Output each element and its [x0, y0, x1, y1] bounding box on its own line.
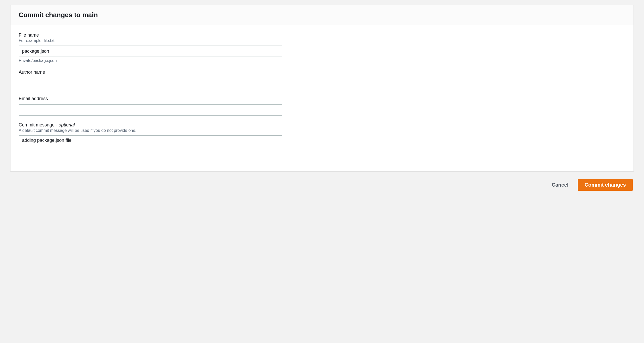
footer-actions: Cancel Commit changes: [10, 179, 634, 191]
filename-hint: For example, file.txt: [19, 38, 282, 43]
author-field: Author name: [19, 70, 282, 89]
panel-title: Commit changes to main: [19, 11, 625, 19]
email-input[interactable]: [19, 104, 282, 116]
filename-path: Private/package.json: [19, 58, 282, 63]
panel-body: File name For example, file.txt Private/…: [10, 25, 634, 171]
email-field: Email address: [19, 96, 282, 116]
filename-label: File name: [19, 33, 282, 38]
email-label: Email address: [19, 96, 282, 101]
commit-changes-button[interactable]: Commit changes: [578, 179, 633, 191]
commit-panel: Commit changes to main File name For exa…: [10, 5, 634, 172]
panel-header: Commit changes to main: [10, 5, 634, 25]
commit-message-textarea[interactable]: [19, 135, 282, 162]
commit-message-hint: A default commit message will be used if…: [19, 128, 282, 133]
author-label: Author name: [19, 70, 282, 75]
author-input[interactable]: [19, 78, 282, 89]
filename-field: File name For example, file.txt Private/…: [19, 33, 282, 63]
commit-message-label: Commit message - optional: [19, 122, 282, 128]
commit-message-label-text: Commit message: [19, 122, 55, 127]
commit-message-field: Commit message - optional A default comm…: [19, 122, 282, 163]
cancel-button[interactable]: Cancel: [550, 180, 571, 190]
filename-input[interactable]: [19, 46, 282, 57]
commit-message-optional: - optional: [55, 122, 75, 127]
